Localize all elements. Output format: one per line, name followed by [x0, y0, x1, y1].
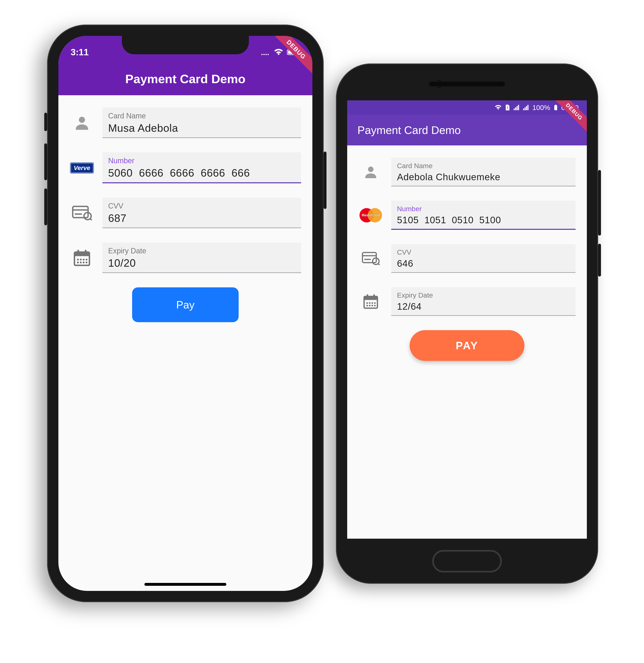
ios-home-indicator [144, 583, 226, 586]
wifi-icon [495, 105, 502, 110]
svg-rect-26 [554, 105, 557, 110]
card-number-row: MasterCard Number [359, 201, 576, 230]
iphone-notch [122, 36, 249, 54]
card-number-field[interactable]: Number [391, 201, 576, 230]
card-number-input[interactable] [397, 214, 570, 226]
expiry-field[interactable]: Expiry Date [391, 287, 576, 316]
iphone-mute-switch [44, 113, 47, 131]
expiry-row: Expiry Date [70, 243, 301, 273]
expiry-input[interactable] [108, 257, 295, 269]
svg-point-42 [366, 305, 368, 306]
svg-point-18 [80, 258, 82, 260]
cvv-input[interactable] [108, 212, 295, 224]
svg-point-3 [268, 54, 269, 55]
android-status-bar: 1 100% 07:00 [347, 100, 587, 115]
expiry-input[interactable] [397, 301, 570, 312]
svg-point-24 [86, 261, 88, 264]
sim-icon: 1 [505, 105, 510, 110]
card-number-input[interactable] [108, 167, 295, 179]
svg-point-43 [369, 305, 371, 306]
mastercard-badge: MasterCard [360, 208, 382, 223]
android-volume-rocker [598, 170, 601, 235]
svg-rect-16 [85, 250, 87, 254]
svg-point-19 [83, 258, 85, 260]
card-number-field[interactable]: Number [102, 152, 301, 183]
android-device-frame: DEBUG 1 100% 07:00 [336, 64, 598, 584]
wifi-icon [274, 49, 283, 56]
card-number-label: Number [108, 157, 295, 165]
cvv-label: CVV [108, 202, 295, 210]
svg-point-45 [374, 305, 376, 306]
svg-point-7 [79, 117, 85, 123]
battery-icon [554, 105, 557, 110]
svg-rect-27 [555, 105, 556, 106]
app-title: Payment Card Demo [125, 72, 246, 86]
svg-line-12 [90, 219, 92, 220]
svg-point-39 [369, 302, 371, 304]
calendar-icon [359, 293, 383, 310]
svg-rect-29 [363, 253, 376, 263]
svg-rect-35 [364, 296, 377, 300]
cellular-icon-2 [523, 105, 529, 110]
iphone-screen: DEBUG 3:11 Payment Card Demo [59, 36, 313, 591]
mastercard-label: MasterCard [362, 213, 380, 217]
ios-payment-form: Card Name Verve Number [59, 95, 313, 335]
svg-point-28 [368, 166, 374, 172]
svg-rect-36 [367, 294, 368, 298]
svg-point-40 [372, 302, 373, 304]
person-icon [359, 164, 383, 180]
card-name-field[interactable]: Card Name [391, 158, 576, 186]
svg-point-21 [77, 261, 79, 264]
cvv-icon [359, 251, 383, 266]
svg-text:1: 1 [507, 106, 508, 109]
card-name-input[interactable] [108, 122, 295, 134]
cvv-input[interactable] [397, 258, 570, 269]
pay-button[interactable]: Pay [132, 288, 239, 322]
svg-rect-37 [373, 294, 375, 298]
cvv-row: CVV [359, 244, 576, 273]
expiry-row: Expiry Date [359, 287, 576, 316]
card-name-label: Card Name [397, 162, 570, 170]
card-number-label: Number [397, 205, 570, 213]
card-name-row: Card Name [70, 108, 301, 138]
ios-app-bar: Payment Card Demo [59, 63, 313, 95]
svg-point-44 [372, 305, 373, 306]
android-app-bar: Payment Card Demo [347, 115, 587, 145]
card-name-field[interactable]: Card Name [102, 108, 301, 138]
card-name-label: Card Name [108, 112, 295, 120]
svg-point-1 [263, 54, 264, 55]
svg-point-2 [266, 54, 267, 55]
svg-point-38 [366, 302, 368, 304]
android-power-button [598, 244, 601, 276]
app-title: Payment Card Demo [358, 124, 461, 136]
android-payment-form: Card Name MasterCard Number [347, 145, 587, 373]
card-brand-icon: MasterCard [359, 208, 383, 223]
person-icon [70, 114, 94, 132]
pay-button[interactable]: PAY [410, 330, 524, 361]
iphone-device-frame: DEBUG 3:11 Payment Card Demo [47, 25, 324, 602]
cvv-field[interactable]: CVV [391, 244, 576, 273]
battery-percent: 100% [532, 104, 550, 112]
svg-point-22 [80, 261, 82, 264]
expiry-label: Expiry Date [397, 291, 570, 299]
expiry-field[interactable]: Expiry Date [102, 243, 301, 273]
expiry-label: Expiry Date [108, 247, 295, 255]
verve-badge: Verve [70, 163, 94, 173]
cvv-field[interactable]: CVV [102, 198, 301, 228]
android-screen: DEBUG 1 100% 07:00 [347, 100, 587, 539]
ios-status-time: 3:11 [71, 47, 89, 58]
card-name-input[interactable] [397, 172, 570, 182]
cvv-row: CVV [70, 198, 301, 228]
svg-point-20 [86, 258, 88, 260]
svg-point-17 [77, 258, 79, 260]
svg-point-23 [83, 261, 85, 264]
calendar-icon [70, 249, 94, 267]
card-number-row: Verve Number [70, 152, 301, 183]
cellular-icon [513, 105, 519, 110]
cvv-icon [70, 205, 94, 221]
android-home-button [432, 550, 502, 572]
svg-line-33 [378, 264, 380, 265]
svg-point-0 [261, 54, 262, 55]
svg-rect-15 [77, 250, 79, 254]
svg-point-41 [374, 302, 376, 304]
